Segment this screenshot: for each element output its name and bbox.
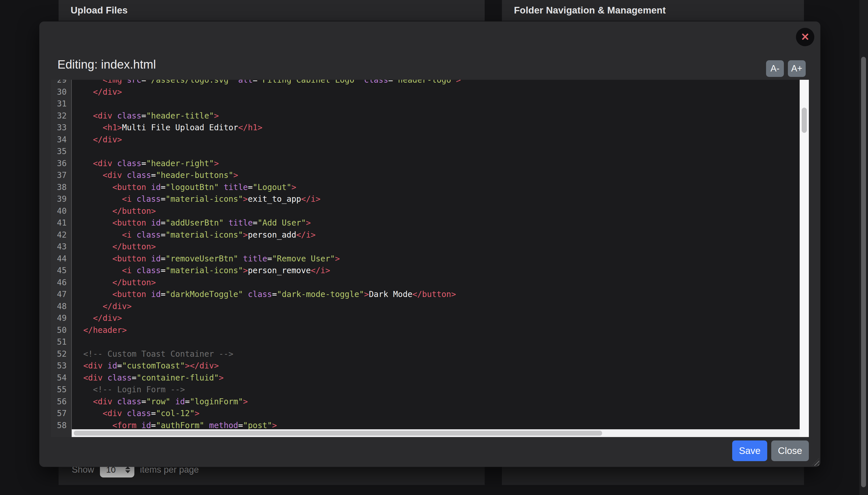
save-button[interactable]: Save	[732, 441, 767, 461]
code-line: <div class="col-12">	[83, 408, 461, 420]
code-line: <!-- Custom Toast Container -->	[83, 348, 461, 360]
code-line: <h1>Multi File Upload Editor</h1>	[83, 122, 461, 134]
page-scrollbar[interactable]	[859, 0, 868, 495]
code-line: <!-- Login Form -->	[83, 384, 461, 396]
line-number: 29	[51, 80, 67, 86]
line-number: 37	[51, 169, 67, 181]
line-number: 46	[51, 277, 67, 289]
font-increase-button[interactable]: A+	[788, 60, 806, 77]
code-view[interactable]: <img src="/assets/logo.svg" alt="Filing …	[72, 80, 800, 429]
close-icon: ✕	[801, 31, 809, 43]
code-line: <i class="material-icons">person_add</i>	[83, 229, 461, 241]
line-number: 44	[51, 253, 67, 265]
line-number: 32	[51, 110, 67, 122]
line-number-gutter: 2930313233343536373839404142434445464748…	[51, 80, 72, 437]
line-number: 56	[51, 396, 67, 408]
editor-horizontal-scrollbar[interactable]	[72, 429, 800, 437]
code-line: <div class="row" id="loginForm">	[83, 396, 461, 408]
gutter-inner: 2930313233343536373839404142434445464748…	[51, 80, 67, 431]
code-line	[83, 146, 461, 157]
code-line: <button id="logoutBtn" title="Logout">	[83, 181, 461, 193]
code-line: <div id="customToast"></div>	[83, 360, 461, 372]
upload-files-card-header: Upload Files	[59, 0, 485, 21]
line-number: 41	[51, 217, 67, 229]
font-decrease-button[interactable]: A-	[766, 60, 784, 77]
folder-navigation-title: Folder Navigation & Management	[514, 5, 666, 16]
line-number: 45	[51, 264, 67, 277]
line-number: 55	[51, 384, 67, 396]
code-line: <button id="darkModeToggle" class="dark-…	[83, 288, 461, 301]
line-number: 49	[51, 312, 67, 324]
line-number: 33	[51, 122, 67, 134]
line-number: 40	[51, 205, 67, 217]
code-line: </div>	[83, 301, 461, 312]
select-spinner-icon	[125, 466, 130, 473]
folder-navigation-card-header: Folder Navigation & Management	[502, 0, 804, 21]
code-line: </button>	[83, 205, 461, 217]
line-number: 50	[51, 324, 67, 336]
line-number: 52	[51, 348, 67, 360]
resize-grip-icon[interactable]	[812, 458, 819, 466]
page-scrollbar-thumb[interactable]	[861, 57, 866, 487]
code-line: <img src="/assets/logo.svg" alt="Filing …	[83, 80, 461, 86]
code-line	[83, 336, 461, 348]
line-number: 36	[51, 157, 67, 170]
editor-vertical-scrollbar[interactable]	[800, 80, 809, 437]
line-number: 47	[51, 288, 67, 301]
code-editor[interactable]: 2930313233343536373839404142434445464748…	[51, 80, 809, 437]
code-line: <i class="material-icons">person_remove<…	[83, 264, 461, 277]
code-inner: <img src="/assets/logo.svg" alt="Filing …	[83, 80, 461, 429]
code-line: <div class="header-buttons">	[83, 169, 461, 181]
line-number: 34	[51, 134, 67, 146]
upload-files-title: Upload Files	[71, 5, 128, 16]
modal-footer-buttons: Save Close	[732, 441, 809, 461]
line-number: 51	[51, 336, 67, 348]
close-button[interactable]: Close	[771, 441, 809, 461]
line-number: 30	[51, 86, 67, 98]
modal-title: Editing: index.html	[57, 58, 156, 71]
line-number: 58	[51, 420, 67, 431]
editor-horizontal-scrollbar-thumb[interactable]	[74, 431, 602, 436]
code-line: <i class="material-icons">exit_to_app</i…	[83, 193, 461, 205]
edit-file-modal: Editing: index.html ✕ A- A+ 293031323334…	[39, 21, 820, 467]
code-line: <form id="authForm" method="post">	[83, 420, 461, 430]
line-number: 35	[51, 146, 67, 157]
modal-close-button[interactable]: ✕	[796, 28, 814, 46]
code-line: <button id="addUserBtn" title="Add User"…	[83, 217, 461, 229]
line-number: 39	[51, 193, 67, 205]
editor-vertical-scrollbar-thumb[interactable]	[802, 108, 807, 133]
line-number: 57	[51, 408, 67, 420]
code-line: <div class="header-right">	[83, 157, 461, 170]
line-number: 53	[51, 360, 67, 372]
code-line: <button id="removeUserBtn" title="Remove…	[83, 253, 461, 265]
line-number: 43	[51, 241, 67, 253]
code-line: </div>	[83, 312, 461, 324]
code-line: <div class="header-title">	[83, 110, 461, 122]
code-line: </header>	[83, 324, 461, 336]
code-line: </button>	[83, 277, 461, 289]
code-line: <div class="container-fluid">	[83, 372, 461, 384]
line-number: 42	[51, 229, 67, 241]
line-number: 38	[51, 181, 67, 193]
line-number: 48	[51, 301, 67, 312]
line-number: 31	[51, 98, 67, 110]
code-line: </div>	[83, 86, 461, 98]
code-line: </button>	[83, 241, 461, 253]
code-line: </div>	[83, 134, 461, 146]
code-line	[83, 98, 461, 110]
line-number: 54	[51, 372, 67, 384]
